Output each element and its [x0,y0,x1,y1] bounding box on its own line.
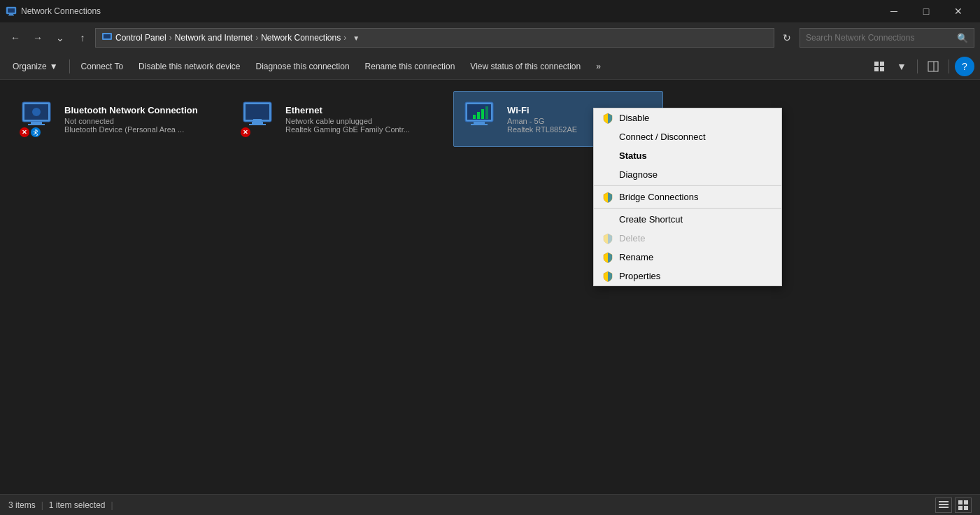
rename-button[interactable]: Rename this connection [358,57,462,76]
help-button[interactable]: ? [955,57,974,76]
ctx-diagnose[interactable]: Diagnose [594,165,781,184]
ctx-bridge[interactable]: Bridge Connections [594,188,781,206]
svg-rect-32 [939,507,949,508]
app-icon [6,6,17,17]
toolbar-separator-3 [949,59,949,73]
back-button[interactable]: ← [6,28,25,48]
more-button[interactable]: » [589,57,608,76]
svg-rect-29 [485,106,488,119]
ethernet-status: Network cable unplugged [285,117,434,125]
ctx-status[interactable]: Status [594,146,781,165]
ctx-separator-2 [594,208,781,209]
toolbar-separator-1 [69,59,70,73]
forward-button[interactable]: → [28,28,48,48]
search-bar[interactable]: 🔍 [800,28,974,48]
view-options-button[interactable]: ▼ [892,57,911,76]
close-button[interactable]: ✕ [942,0,974,22]
window-title: Network Connections [21,6,101,16]
connect-to-button[interactable]: Connect To [74,57,131,76]
breadcrumb-icon [101,31,113,45]
status-separator-1: | [41,500,43,510]
content-area: ✕ Bluetooth Network Connection Not conne… [0,80,980,494]
status-right [935,498,972,513]
bluetooth-badge [31,127,41,137]
breadcrumb-item-control-panel[interactable]: Control Panel [115,33,166,43]
ethernet-info: Ethernet Network cable unplugged Realtek… [285,105,434,134]
view-status-button[interactable]: View status of this connection [463,57,588,76]
ctx-diagnose-label: Diagnose [619,169,658,180]
bluetooth-badges: ✕ [20,127,41,137]
preview-pane-button[interactable] [923,57,943,76]
bluetooth-icon-area: ✕ [20,101,56,137]
organize-label: Organize [13,62,47,71]
svg-rect-35 [958,506,963,510]
diagnose-button[interactable]: Diagnose this connection [249,57,357,76]
search-icon: 🔍 [957,33,968,43]
navigation-bar: ← → ⌄ ↑ Control Panel › Network and Inte… [0,22,980,53]
breadcrumb-item-network-connections[interactable]: Network Connections [261,33,341,43]
svg-rect-26 [473,115,476,119]
ctx-disable[interactable]: Disable [594,108,781,127]
svg-rect-6 [874,62,879,66]
ctx-disable-label: Disable [619,113,649,123]
shield-icon-rename [602,252,613,263]
svg-rect-28 [481,109,484,119]
list-view-button[interactable] [935,498,952,513]
up-button[interactable]: ↑ [73,28,92,48]
shield-icon-disable [602,113,613,124]
ctx-delete-label: Delete [619,233,646,244]
ctx-create-shortcut[interactable]: Create Shortcut [594,210,781,229]
context-menu: Disable Connect / Disconnect Status Diag… [593,108,782,286]
address-dropdown-button[interactable]: ▼ [349,28,363,48]
bluetooth-device: Bluetooth Device (Personal Area ... [64,125,213,134]
ethernet-name: Ethernet [285,105,434,115]
breadcrumb-item-network-internet[interactable]: Network and Internet [175,33,253,43]
toolbar-separator-2 [917,59,918,73]
connection-item-ethernet[interactable]: ✕ Ethernet Network cable unplugged Realt… [232,91,442,147]
svg-rect-5 [104,34,111,38]
ethernet-icon-area: ✕ [241,101,277,137]
ctx-connect-disconnect[interactable]: Connect / Disconnect [594,127,781,146]
change-view-button[interactable] [869,57,889,76]
search-input[interactable] [806,33,954,43]
organize-button[interactable]: Organize ▼ [6,57,65,76]
ctx-properties-label: Properties [619,271,660,281]
bluetooth-info: Bluetooth Network Connection Not connect… [64,105,213,134]
svg-rect-33 [958,500,963,505]
svg-rect-30 [939,501,949,502]
ctx-rename-label: Rename [619,252,653,262]
status-bar: 3 items | 1 item selected | [0,494,980,515]
svg-rect-20 [249,124,266,125]
breadcrumb: Control Panel › Network and Internet › N… [115,33,346,43]
bluetooth-name: Bluetooth Network Connection [64,105,213,115]
recent-button[interactable]: ⌄ [50,28,70,48]
ctx-rename[interactable]: Rename [594,248,781,267]
disable-button[interactable]: Disable this network device [132,57,247,76]
ethernet-badges: ✕ [241,127,250,137]
bluetooth-computer-icon [20,101,53,129]
ethernet-computer-icon [241,101,274,129]
svg-rect-1 [8,8,15,13]
minimize-button[interactable]: ─ [878,0,910,22]
shield-icon-properties [602,271,613,282]
refresh-button[interactable]: ↻ [777,28,797,48]
svg-rect-25 [471,124,488,125]
ctx-properties[interactable]: Properties [594,267,781,285]
shield-icon-bridge [602,192,613,203]
svg-rect-15 [28,124,45,125]
svg-rect-10 [928,62,938,71]
wifi-computer-icon [462,101,496,129]
ethernet-device: Realtek Gaming GbE Family Contr... [285,125,434,134]
wifi-icon-area [462,101,499,137]
toolbar: Organize ▼ Connect To Disable this netwo… [0,53,980,80]
maximize-button[interactable]: □ [910,0,942,22]
status-separator-2: | [111,500,113,510]
grid-view-button[interactable] [955,498,972,513]
address-bar[interactable]: Control Panel › Network and Internet › N… [95,28,774,48]
ctx-create-shortcut-label: Create Shortcut [619,214,683,225]
connection-item-bluetooth[interactable]: ✕ Bluetooth Network Connection Not conne… [11,91,221,147]
ctx-bridge-label: Bridge Connections [619,192,698,202]
svg-rect-36 [964,506,968,510]
bluetooth-status: Not connected [64,117,213,125]
svg-rect-34 [964,500,968,505]
